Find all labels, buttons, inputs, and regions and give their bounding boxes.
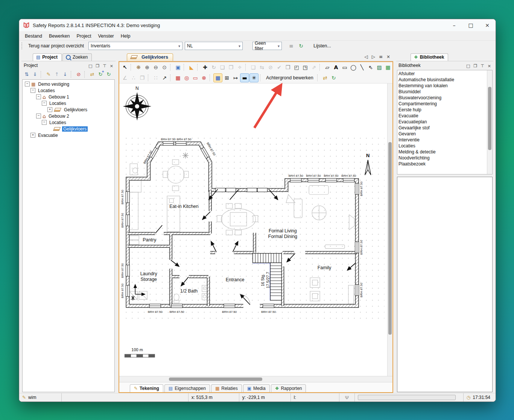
transform-frame-icon[interactable]: ◰ <box>292 63 301 71</box>
float-icon[interactable]: ❐ <box>96 64 99 68</box>
next-tab-icon[interactable]: ▷ <box>372 54 375 59</box>
snap-object-icon[interactable]: ❐ <box>138 74 146 82</box>
open-folder-icon[interactable]: ❒ <box>284 63 292 71</box>
library-item-gevaren[interactable]: Gevaren <box>398 131 487 137</box>
compass-icon[interactable]: ⊗ <box>200 74 208 82</box>
library-item-blusmiddel[interactable]: Blusmiddel <box>398 89 487 95</box>
menu-project[interactable]: Project <box>73 32 94 40</box>
close-tab-icon[interactable]: × <box>386 54 390 59</box>
maximize-icon[interactable]: □ <box>88 64 92 68</box>
minimize-button[interactable]: – <box>446 19 462 31</box>
replace-icon[interactable]: ⇆ <box>258 63 266 71</box>
close-icon[interactable]: × <box>110 64 113 68</box>
tab-gelijkvloers[interactable]: Gelijkvloers <box>127 53 173 61</box>
tree-item-gelijkvloers[interactable]: +Gelijkvloers <box>23 106 114 113</box>
collapse-icon[interactable]: − <box>42 120 47 125</box>
inventory-combobox[interactable]: Inventaris ▾ <box>88 42 182 50</box>
library-item-afsluiter[interactable]: Afsluiter <box>398 71 487 77</box>
refresh-icon[interactable]: ↻ <box>330 74 338 82</box>
library-item-melding-detectie[interactable]: Melding & detectie <box>398 149 487 155</box>
confirm-icon[interactable]: ✔ <box>275 63 283 71</box>
fit-frame-icon[interactable]: ⊞ <box>223 74 231 82</box>
move-down-icon[interactable]: ↓ <box>61 71 69 78</box>
blue-grid-icon[interactable]: ▦ <box>213 73 222 82</box>
line-tool-icon[interactable]: ╲ <box>358 63 366 71</box>
maximize-icon[interactable]: □ <box>466 64 470 68</box>
tab-relaties[interactable]: ▦Relaties <box>211 384 242 392</box>
close-button[interactable]: × <box>479 19 496 31</box>
tree-item-gebouw-1[interactable]: −⌂Gebouw 1 <box>23 94 114 100</box>
text-tool-icon[interactable]: A <box>332 63 340 71</box>
close-icon[interactable]: × <box>488 64 491 68</box>
frame-icon[interactable]: ▭ <box>191 74 199 82</box>
move-up-icon[interactable]: ↑ <box>53 71 61 78</box>
tab-tekening[interactable]: ✎Tekening <box>130 384 163 392</box>
library-item-bestemming-van-lokalen[interactable]: Bestemming van lokalen <box>398 83 487 89</box>
tree-item-gebouw-2[interactable]: −⌂Gebouw 2 <box>23 113 114 119</box>
pin-icon[interactable]: ⊤ <box>103 64 106 68</box>
library-item-bluswatervoorziening[interactable]: Bluswatervoorziening <box>398 95 487 101</box>
lists-label[interactable]: Lijsten... <box>313 43 331 49</box>
tree-item-demo-vestiging[interactable]: −▦Demo vestiging <box>23 81 114 87</box>
collapse-icon[interactable]: − <box>25 82 30 86</box>
float-icon[interactable]: ❐ <box>473 64 477 68</box>
library-scrollbar[interactable] <box>487 70 492 174</box>
ring-icon[interactable]: ◎ <box>182 74 191 82</box>
rotate-tool-icon[interactable]: ↻ <box>210 63 218 71</box>
tree-item-evacuatie[interactable]: +Evacuatie <box>23 132 114 138</box>
library-item-evacuatieplan[interactable]: Evacuatieplan <box>398 119 487 125</box>
tab-list-icon[interactable]: ≡ <box>379 54 383 59</box>
library-item-locaties[interactable]: Locaties <box>398 143 487 149</box>
bring-front-icon[interactable]: ❏ <box>218 63 227 71</box>
tab-bibliotheek[interactable]: ❖ Bibliotheek <box>411 53 448 61</box>
canvas-vertical-scrollbar[interactable] <box>387 83 392 376</box>
back-to-project-button[interactable]: Terug naar project overzicht <box>26 42 86 50</box>
library-item-evacuatie[interactable]: Evacuatie <box>398 113 487 119</box>
refresh-icon[interactable]: ↻ <box>297 42 305 50</box>
library-item-automatische-blusinstallatie[interactable]: Automatische blusinstallatie <box>398 77 487 83</box>
filter-combobox[interactable]: Geen filter ▾ <box>252 42 282 50</box>
move-tool-icon[interactable]: ✚ <box>201 63 209 71</box>
snap-endpoint-icon[interactable]: ∠ <box>121 74 129 82</box>
axis-icon[interactable]: ↦ <box>231 74 240 82</box>
tree-item-locaties[interactable]: −Locaties <box>23 119 114 126</box>
tree-item-locaties[interactable]: −Locaties <box>23 100 114 106</box>
grid-dots-icon[interactable]: ∷ <box>152 74 160 82</box>
jump-arrow-icon[interactable]: ↗ <box>160 74 169 82</box>
tab-project[interactable]: ▤ Project <box>33 53 62 61</box>
tree-item-locaties[interactable]: −Locaties <box>23 87 114 94</box>
image-tool-icon[interactable]: ▨ <box>375 63 383 71</box>
crop-icon[interactable]: ◳ <box>301 63 309 71</box>
library-item-plaatsbezoek[interactable]: Plaatsbezoek <box>398 161 487 167</box>
tree-item-gelijkvloers[interactable]: Gelijkvloers <box>23 126 114 132</box>
ellipse-tool-icon[interactable]: ◯ <box>349 63 357 71</box>
refresh-icon[interactable]: ↻ <box>105 71 113 78</box>
pan-tool-icon[interactable]: ❋ <box>134 63 143 71</box>
lasso-icon[interactable]: ✧ <box>236 63 244 71</box>
copy-icon[interactable]: ❏ <box>249 63 257 71</box>
snap-grid-icon[interactable]: ∴ <box>129 74 138 82</box>
edit-icon[interactable]: ✎ <box>45 71 52 78</box>
table-tool-icon[interactable]: ▦ <box>384 63 392 71</box>
maximize-button[interactable]: □ <box>462 19 479 31</box>
menu-bestand[interactable]: Bestand <box>21 32 46 40</box>
library-item-compartimentering[interactable]: Compartimentering <box>398 101 487 107</box>
scrollbar-thumb[interactable] <box>488 87 491 150</box>
swap-icon[interactable]: ⇄ <box>88 71 96 78</box>
expand-icon[interactable]: + <box>30 133 35 138</box>
send-back-icon[interactable]: ❐ <box>227 63 235 71</box>
refresh-new-icon[interactable]: ↻+ <box>97 71 104 78</box>
raster-grid-icon[interactable]: ▦ <box>174 74 182 82</box>
block-icon[interactable]: ⊘ <box>75 71 82 78</box>
swap-icon[interactable]: ⇄ <box>321 74 329 82</box>
polygon-tool-icon[interactable]: ▱ <box>323 63 332 71</box>
filter-icon[interactable]: ≡ <box>287 42 295 50</box>
pin-icon[interactable]: ⊤ <box>481 64 484 68</box>
measure-bar-icon[interactable]: ▬ <box>240 73 249 82</box>
drawing-canvas-area[interactable]: N N <box>119 83 387 376</box>
library-item-interventie[interactable]: Interventie <box>398 137 487 143</box>
prev-tab-icon[interactable]: ◁ <box>364 54 368 59</box>
language-combobox[interactable]: NL ▾ <box>185 42 243 50</box>
menu-venster[interactable]: Venster <box>94 32 117 40</box>
measure-triangle-icon[interactable]: ◣ <box>187 63 196 71</box>
